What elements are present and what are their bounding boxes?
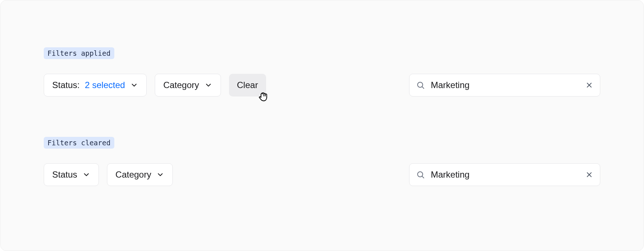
pointer-cursor-icon [258, 91, 269, 105]
category-filter-label: Category [115, 170, 151, 180]
search-field[interactable] [409, 163, 600, 186]
search-icon [416, 81, 425, 90]
chevron-down-icon [130, 81, 138, 89]
category-filter-dropdown[interactable]: Category [107, 163, 173, 186]
example-frame: Filters applied Status: 2 selected Categ… [0, 0, 644, 251]
filters-cleared-tag: Filters cleared [44, 137, 114, 149]
category-filter-dropdown[interactable]: Category [155, 74, 221, 97]
chevron-down-icon [204, 81, 212, 89]
filters-cleared-row: Status Category [44, 163, 600, 186]
status-filter-label: Status: [52, 80, 80, 90]
status-filter-dropdown[interactable]: Status: 2 selected [44, 74, 147, 97]
filters-cleared-section: Filters cleared Status Category [44, 137, 600, 186]
filters-applied-row: Status: 2 selected Category Clear [44, 74, 600, 97]
status-filter-selected-count: 2 selected [85, 80, 125, 90]
chevron-down-icon [156, 171, 164, 179]
search-input[interactable] [430, 74, 580, 96]
category-filter-label: Category [163, 80, 199, 90]
svg-line-1 [422, 87, 424, 88]
search-input[interactable] [430, 164, 580, 186]
clear-button-label: Clear [237, 80, 258, 90]
status-filter-dropdown[interactable]: Status [44, 163, 99, 186]
filters-applied-section: Filters applied Status: 2 selected Categ… [44, 47, 600, 97]
search-field[interactable] [409, 74, 600, 97]
clear-search-icon[interactable] [585, 81, 593, 89]
status-filter-label: Status [52, 170, 77, 180]
clear-filters-button[interactable]: Clear [229, 74, 266, 97]
clear-search-icon[interactable] [585, 171, 593, 179]
filters-applied-tag: Filters applied [44, 47, 114, 59]
svg-point-0 [418, 82, 423, 87]
svg-point-4 [418, 172, 423, 177]
search-icon [416, 170, 425, 179]
svg-line-5 [422, 177, 424, 178]
chevron-down-icon [82, 171, 90, 179]
